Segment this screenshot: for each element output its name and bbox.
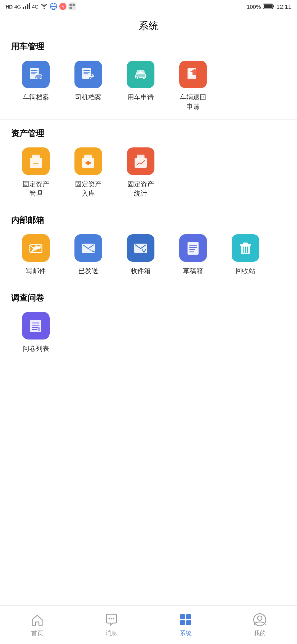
svg-point-23	[36, 78, 37, 79]
nav-message[interactable]: 消息	[74, 613, 148, 637]
trash-item[interactable]: 回收站	[221, 234, 270, 276]
svg-rect-62	[38, 327, 40, 331]
svg-rect-68	[180, 620, 185, 625]
svg-rect-1	[25, 6, 26, 9]
nav-system-label: 系统	[180, 629, 192, 637]
svg-rect-16	[264, 4, 272, 8]
vehicle-apply-label: 用车申请	[127, 93, 154, 102]
section-title-vehicle: 用车管理	[11, 41, 286, 52]
draft-item[interactable]: 草稿箱	[168, 234, 218, 276]
content-area: 用车管理 车辆档案	[0, 41, 297, 406]
hd-indicator: HD	[6, 4, 13, 10]
svg-point-4	[44, 8, 45, 9]
svg-rect-3	[29, 3, 30, 9]
section-asset: 资产管理 固定资产 管理	[0, 128, 297, 198]
inbox-item[interactable]: 收件箱	[116, 234, 165, 276]
vehicle-return-label: 车辆退回 申请	[180, 93, 206, 111]
divider-2	[0, 206, 297, 206]
signal-bars	[23, 3, 30, 11]
svg-rect-37	[138, 72, 143, 73]
vehicle-return-icon-box	[179, 61, 207, 88]
fixed-asset-manage-icon-box	[22, 147, 50, 175]
svg-rect-2	[27, 4, 28, 9]
svg-point-34	[143, 77, 145, 79]
svg-point-71	[258, 616, 262, 620]
svg-point-32	[137, 77, 138, 79]
svg-rect-13	[69, 7, 72, 9]
svg-point-64	[111, 618, 112, 619]
svg-rect-35	[136, 74, 145, 77]
svg-point-24	[40, 78, 42, 79]
status-bar-left: HD 4G 4G A	[6, 2, 76, 12]
nav-mine[interactable]: 我的	[223, 613, 297, 637]
write-mail-item[interactable]: 写邮件	[11, 234, 61, 276]
signal-4g: 4G	[14, 4, 21, 10]
svg-rect-69	[186, 620, 191, 625]
driver-archive-icon-box	[74, 61, 102, 88]
mail-grid: 写邮件 已发送	[11, 234, 286, 276]
draft-label: 草稿箱	[183, 266, 203, 276]
svg-rect-15	[273, 5, 274, 7]
fixed-asset-stat-icon-box	[127, 147, 154, 175]
vehicle-archive-label: 车辆档案	[23, 93, 49, 102]
status-bar: HD 4G 4G A 100% 12:11	[0, 0, 297, 14]
svg-rect-12	[73, 4, 75, 6]
fixed-asset-stat-item[interactable]: 固定资产 统计	[116, 147, 165, 198]
svg-point-30	[91, 74, 93, 76]
svg-rect-0	[23, 7, 24, 9]
survey-list-label: 问卷列表	[23, 344, 49, 353]
battery-percent: 100%	[247, 4, 261, 10]
vehicle-return-item[interactable]: 车辆退回 申请	[168, 61, 218, 111]
section-mail: 内部邮箱 写邮件	[0, 215, 297, 276]
vehicle-grid: 车辆档案 司机档案	[11, 61, 286, 111]
status-bar-right: 100% 12:11	[247, 3, 291, 11]
time-display: 12:11	[276, 3, 291, 10]
svg-rect-53	[243, 242, 248, 245]
draft-icon-box	[179, 234, 207, 262]
driver-archive-label: 司机档案	[75, 93, 101, 102]
divider-3	[0, 284, 297, 284]
vehicle-apply-item[interactable]: 用车申请	[116, 61, 165, 111]
sent-mail-label: 已发送	[78, 266, 98, 276]
inbox-label: 收件箱	[131, 266, 151, 276]
fixed-asset-in-item[interactable]: 固定资产 入库	[63, 147, 113, 198]
write-mail-icon-box	[22, 234, 50, 262]
nav-home[interactable]: 首页	[0, 613, 74, 637]
wifi-icon	[40, 3, 48, 11]
section-title-asset: 资产管理	[11, 128, 286, 139]
signal-4g-2: 4G	[32, 4, 39, 10]
svg-rect-11	[69, 4, 72, 6]
app-icon-2	[68, 2, 76, 12]
fixed-asset-in-label: 固定资产 入库	[75, 179, 101, 198]
vehicle-apply-icon-box	[127, 61, 154, 88]
svg-rect-39	[33, 163, 39, 164]
svg-rect-46	[188, 242, 199, 255]
svg-rect-41	[85, 162, 91, 164]
section-vehicle: 用车管理 车辆档案	[0, 41, 297, 111]
nav-system[interactable]: 系统	[149, 613, 223, 637]
nav-message-label: 消息	[105, 629, 117, 637]
svg-text:A: A	[62, 5, 64, 9]
section-title-mail: 内部邮箱	[11, 215, 286, 226]
fixed-asset-manage-item[interactable]: 固定资产 管理	[11, 147, 61, 198]
survey-list-item[interactable]: 问卷列表	[11, 312, 61, 353]
svg-rect-67	[186, 614, 191, 619]
section-survey: 调查问卷 问卷列表	[0, 292, 297, 353]
app-icon-1: A	[59, 2, 67, 12]
page-title: 系统	[0, 14, 297, 41]
fixed-asset-in-icon-box	[74, 147, 102, 175]
fixed-asset-stat-label: 固定资产 统计	[127, 179, 154, 198]
driver-archive-item[interactable]: 司机档案	[63, 61, 113, 111]
nav-mine-label: 我的	[254, 629, 266, 637]
sent-mail-icon-box	[74, 234, 102, 262]
section-title-survey: 调查问卷	[11, 292, 286, 304]
trash-icon-box	[232, 234, 259, 262]
trash-label: 回收站	[236, 266, 255, 276]
sent-mail-item[interactable]: 已发送	[63, 234, 113, 276]
bottom-nav: 首页 消息 系统 我的	[0, 605, 297, 644]
divider-1	[0, 119, 297, 120]
vehicle-archive-item[interactable]: 车辆档案	[11, 61, 61, 111]
svg-rect-10	[68, 2, 76, 10]
survey-list-icon-box	[22, 312, 50, 339]
nav-home-label: 首页	[31, 629, 43, 637]
